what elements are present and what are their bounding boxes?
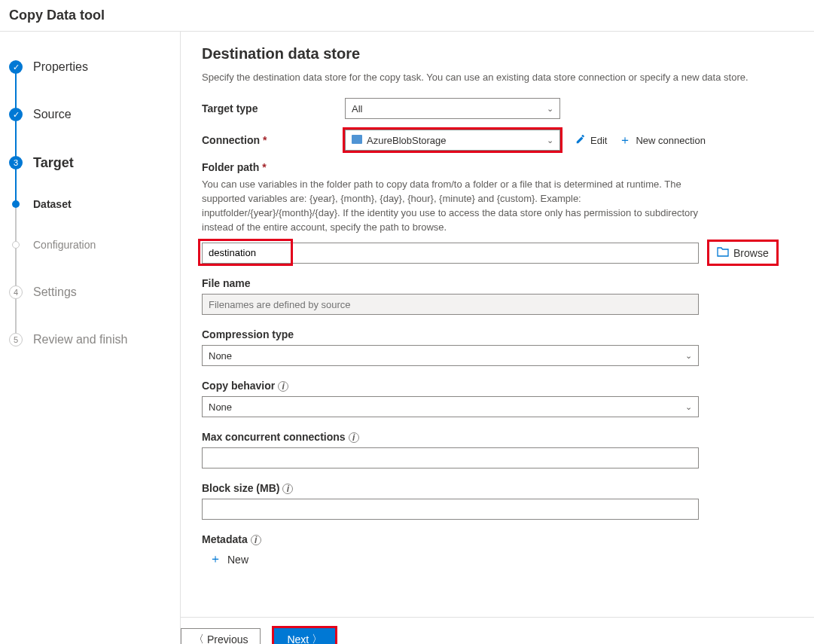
info-icon[interactable]: i <box>251 535 261 545</box>
step-dataset[interactable]: Dataset <box>0 184 180 224</box>
step-configuration[interactable]: Configuration <box>0 224 180 265</box>
chevron-down-icon: ⌄ <box>685 351 692 361</box>
file-name-input <box>202 294 699 315</box>
connection-row: Connection * AzureBlobStorage ⌄ Edit ＋ N… <box>202 130 796 151</box>
copy-behavior-select[interactable]: None ⌄ <box>202 396 699 417</box>
check-icon <box>9 60 23 74</box>
step-number-icon: 3 <box>9 156 23 169</box>
app-header: Copy Data tool <box>0 0 814 32</box>
info-icon[interactable]: i <box>349 432 359 443</box>
info-icon[interactable]: i <box>282 484 293 494</box>
chevron-down-icon: ⌄ <box>547 136 553 145</box>
dot-icon <box>12 200 20 208</box>
metadata-label: Metadatai <box>202 533 796 545</box>
compression-label: Compression type <box>202 328 796 340</box>
next-button[interactable]: Next 〉 <box>274 628 335 644</box>
page-title: Destination data store <box>202 45 796 63</box>
plus-icon: ＋ <box>619 133 631 148</box>
target-type-row: Target type All ⌄ <box>202 98 796 119</box>
folder-path-input[interactable] <box>202 243 699 264</box>
wizard-sidebar: Properties Source 3 Target Dataset Confi… <box>0 32 181 644</box>
copy-behavior-label: Copy behaviori <box>202 380 796 392</box>
target-type-label: Target type <box>202 102 345 114</box>
step-settings[interactable]: 4 Settings <box>0 265 180 319</box>
folder-path-help: You can use variables in the folder path… <box>202 178 699 234</box>
step-target[interactable]: 3 Target <box>0 142 180 184</box>
main-panel: Destination data store Specify the desti… <box>181 32 814 644</box>
chevron-right-icon: 〉 <box>312 633 322 644</box>
check-icon <box>9 108 23 121</box>
info-icon[interactable]: i <box>278 381 288 392</box>
step-number-icon: 5 <box>9 333 23 346</box>
block-size-label: Block size (MB)i <box>202 482 796 494</box>
max-conn-input[interactable] <box>202 447 699 469</box>
step-review[interactable]: 5 Review and finish <box>0 319 180 360</box>
plus-icon: ＋ <box>209 551 221 567</box>
target-type-select[interactable]: All ⌄ <box>345 98 560 119</box>
block-size-input[interactable] <box>202 499 699 520</box>
file-name-label: File name <box>202 277 796 289</box>
new-connection-button[interactable]: ＋ New connection <box>619 133 706 148</box>
previous-button[interactable]: 〈 Previous <box>181 628 261 644</box>
compression-select[interactable]: None ⌄ <box>202 345 699 366</box>
step-properties[interactable]: Properties <box>0 47 180 87</box>
page-description: Specify the destination data store for t… <box>202 72 796 83</box>
folder-path-label: Folder path * <box>202 161 796 173</box>
browse-button[interactable]: Browse <box>709 242 776 264</box>
chevron-left-icon: 〈 <box>194 633 204 644</box>
app-title: Copy Data tool <box>9 8 105 23</box>
pending-dot-icon <box>12 241 20 249</box>
max-conn-label: Max concurrent connectionsi <box>202 431 796 443</box>
storage-icon <box>352 135 362 144</box>
step-number-icon: 4 <box>9 285 23 299</box>
chevron-down-icon: ⌄ <box>547 104 553 114</box>
connection-label: Connection * <box>202 134 345 146</box>
step-source[interactable]: Source <box>0 87 180 142</box>
folder-icon <box>717 246 729 259</box>
wizard-footer: 〈 Previous Next 〉 <box>181 617 814 644</box>
metadata-new-button[interactable]: ＋ New <box>209 551 796 567</box>
edit-connection-button[interactable]: Edit <box>575 134 607 147</box>
connection-select[interactable]: AzureBlobStorage ⌄ <box>345 130 560 151</box>
chevron-down-icon: ⌄ <box>685 402 692 412</box>
pencil-icon <box>575 134 586 147</box>
